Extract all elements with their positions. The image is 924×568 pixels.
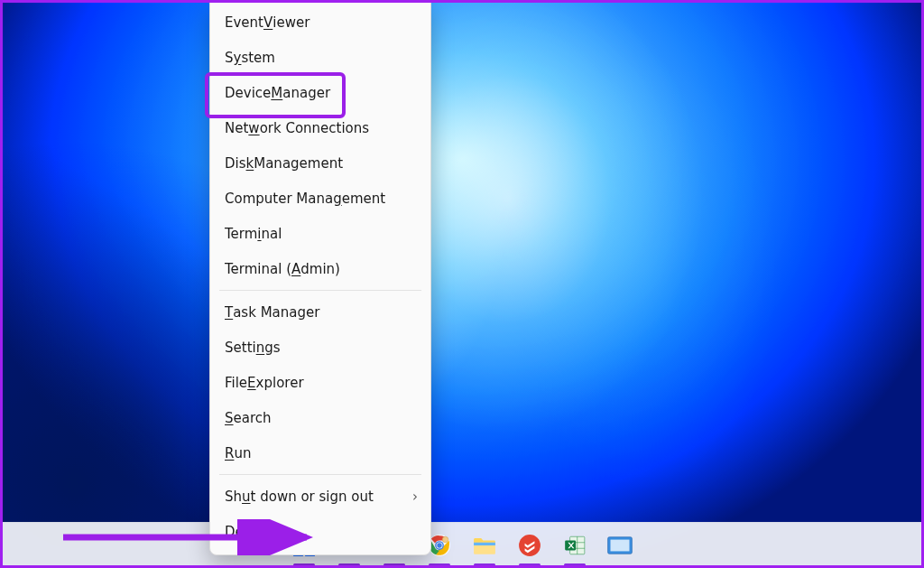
menu-item-event-viewer[interactable]: Event Viewer (210, 5, 430, 40)
taskbar (0, 522, 924, 568)
desktop-wallpaper (0, 0, 924, 568)
app-generic[interactable] (605, 530, 635, 561)
menu-item-run[interactable]: Run (210, 435, 430, 470)
svg-rect-15 (474, 543, 495, 545)
menu-item-network-connections[interactable]: Network Connections (210, 110, 430, 145)
menu-item-disk-management[interactable]: Disk Management (210, 145, 430, 181)
menu-item-desktop[interactable]: Desktop (210, 514, 430, 549)
menu-item-task-manager[interactable]: Task Manager (210, 294, 430, 330)
svg-point-12 (437, 543, 441, 547)
file-explorer-app[interactable] (469, 530, 500, 561)
todoist-app[interactable] (514, 530, 545, 561)
menu-item-system[interactable]: System (210, 40, 430, 75)
menu-item-file-explorer[interactable]: File Explorer (210, 365, 430, 400)
excel-app[interactable] (559, 530, 590, 561)
menu-item-shut-down-or-sign-out[interactable]: Shut down or sign out› (210, 479, 430, 514)
svg-point-13 (442, 536, 448, 543)
menu-separator (219, 474, 421, 475)
svg-rect-23 (611, 540, 630, 552)
chevron-right-icon: › (412, 489, 418, 505)
menu-separator (219, 290, 421, 291)
menu-item-device-manager[interactable]: Device Manager (210, 75, 430, 110)
menu-item-search[interactable]: Search (210, 400, 430, 435)
menu-item-settings[interactable]: Settings (210, 330, 430, 365)
menu-item-terminal[interactable]: Terminal (210, 216, 430, 251)
menu-item-terminal-admin[interactable]: Terminal (Admin) (210, 251, 430, 286)
menu-item-computer-management[interactable]: Computer Management (210, 181, 430, 216)
power-user-menu: Event ViewerSystemDevice ManagerNetwork … (209, 0, 431, 555)
